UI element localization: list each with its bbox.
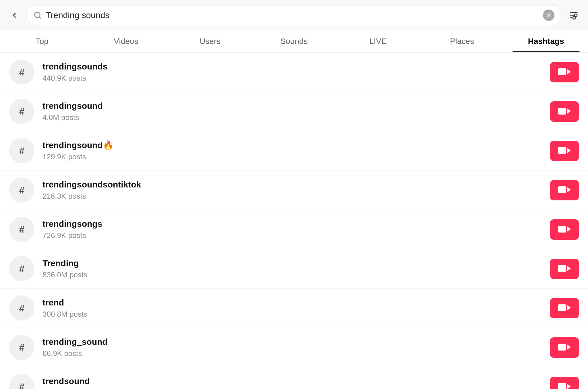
- video-camera-icon: [558, 303, 571, 313]
- svg-rect-11: [558, 108, 566, 115]
- list-item[interactable]: # Trending 836.0M posts: [0, 249, 588, 289]
- video-camera-icon: [558, 225, 571, 235]
- video-button[interactable]: [550, 298, 579, 318]
- svg-marker-20: [567, 266, 571, 271]
- hashtag-name: Trending: [42, 258, 542, 268]
- hashtag-icon: #: [9, 374, 34, 389]
- hashtag-info: trendsound 240.7K posts: [42, 376, 542, 389]
- hashtag-name: trendingsound: [42, 101, 542, 111]
- search-bar: [0, 0, 588, 30]
- tab-videos[interactable]: Videos: [84, 30, 168, 52]
- svg-point-8: [573, 17, 575, 19]
- hashtag-info: trendingsound 4.0M posts: [42, 101, 542, 122]
- video-camera-icon: [558, 185, 571, 195]
- hashtag-info: trendingsound🔥 129.9K posts: [42, 140, 542, 161]
- search-input-wrapper: [26, 5, 562, 25]
- svg-rect-25: [558, 383, 566, 389]
- tab-live[interactable]: LIVE: [336, 30, 420, 52]
- video-camera-icon: [558, 264, 571, 274]
- svg-rect-9: [558, 68, 566, 75]
- video-button[interactable]: [550, 259, 579, 279]
- clear-button[interactable]: [543, 9, 554, 21]
- hashtag-name: trendingsoundsontiktok: [42, 180, 542, 189]
- video-button[interactable]: [550, 219, 579, 240]
- hashtag-icon: #: [9, 138, 34, 163]
- hashtag-posts: 300.8M posts: [42, 310, 542, 319]
- svg-point-7: [575, 14, 577, 17]
- svg-rect-15: [558, 186, 566, 193]
- svg-marker-12: [567, 108, 571, 114]
- video-button[interactable]: [550, 377, 579, 389]
- hashtag-info: trendingsoundsontiktok 216.3K posts: [42, 180, 542, 201]
- tab-users[interactable]: Users: [168, 30, 252, 52]
- list-item[interactable]: # trendsound 240.7K posts: [0, 367, 588, 389]
- search-input[interactable]: [46, 10, 539, 20]
- video-button[interactable]: [550, 141, 579, 161]
- hashtag-icon: #: [9, 295, 34, 321]
- search-icon: [34, 11, 42, 19]
- svg-rect-19: [558, 265, 566, 272]
- svg-rect-23: [558, 344, 566, 351]
- video-camera-icon: [558, 67, 571, 77]
- video-button[interactable]: [550, 62, 579, 82]
- list-item[interactable]: # trendingsound 4.0M posts: [0, 92, 588, 131]
- hashtag-info: trending_sound 66.9K posts: [42, 337, 542, 358]
- hashtag-info: trendingsounds 440.9K posts: [42, 62, 542, 83]
- hashtag-name: trendingsongs: [42, 219, 542, 229]
- hashtag-icon: #: [9, 217, 34, 242]
- list-item[interactable]: # trendingsongs 726.9K posts: [0, 210, 588, 249]
- tab-places[interactable]: Places: [420, 30, 504, 52]
- svg-marker-24: [567, 344, 571, 350]
- hashtag-posts: 216.3K posts: [42, 192, 542, 201]
- svg-marker-10: [567, 69, 571, 75]
- tab-hashtags[interactable]: Hashtags: [504, 30, 588, 52]
- hashtag-posts: 66.9K posts: [42, 349, 542, 358]
- svg-marker-18: [567, 226, 571, 232]
- tab-sounds[interactable]: Sounds: [252, 30, 336, 52]
- svg-rect-13: [558, 147, 566, 154]
- hashtag-posts: 836.0M posts: [42, 270, 542, 279]
- video-button[interactable]: [550, 337, 579, 358]
- list-item[interactable]: # trendingsoundsontiktok 216.3K posts: [0, 171, 588, 210]
- hashtag-info: trendingsongs 726.9K posts: [42, 219, 542, 240]
- list-item[interactable]: # trendingsound🔥 129.9K posts: [0, 131, 588, 171]
- svg-rect-17: [558, 226, 566, 233]
- svg-marker-22: [567, 305, 571, 311]
- list-item[interactable]: # trending_sound 66.9K posts: [0, 328, 588, 367]
- hashtag-icon: #: [9, 59, 34, 85]
- video-button[interactable]: [550, 101, 579, 122]
- svg-marker-26: [567, 384, 571, 389]
- svg-marker-14: [567, 148, 571, 153]
- svg-rect-21: [558, 304, 566, 311]
- list-item[interactable]: # trendingsounds 440.9K posts: [0, 53, 588, 92]
- hashtag-posts: 726.9K posts: [42, 231, 542, 240]
- back-button[interactable]: [7, 8, 22, 23]
- hashtag-posts: 129.9K posts: [42, 152, 542, 161]
- hashtag-icon: #: [9, 256, 34, 281]
- hashtag-name: trending_sound: [42, 337, 542, 347]
- svg-marker-16: [567, 187, 571, 193]
- nav-tabs: Top Videos Users Sounds LIVE Places Hash…: [0, 30, 588, 53]
- hashtag-list: # trendingsounds 440.9K posts # trending…: [0, 53, 588, 389]
- hashtag-name: trendingsounds: [42, 62, 542, 71]
- hashtag-name: trendingsound🔥: [42, 140, 542, 150]
- hashtag-name: trend: [42, 298, 542, 307]
- svg-line-1: [39, 17, 40, 18]
- hashtag-info: trend 300.8M posts: [42, 298, 542, 319]
- hashtag-posts: 4.0M posts: [42, 113, 542, 122]
- hashtag-icon: #: [9, 177, 34, 203]
- hashtag-info: Trending 836.0M posts: [42, 258, 542, 279]
- video-camera-icon: [558, 107, 571, 117]
- hashtag-icon: #: [9, 335, 34, 360]
- video-button[interactable]: [550, 180, 579, 200]
- hashtag-name: trendsound: [42, 376, 542, 386]
- video-camera-icon: [558, 146, 571, 156]
- video-camera-icon: [558, 342, 571, 353]
- tab-top[interactable]: Top: [0, 30, 84, 52]
- hashtag-posts: 440.9K posts: [42, 74, 542, 83]
- hashtag-icon: #: [9, 99, 34, 124]
- filter-button[interactable]: [566, 8, 581, 23]
- video-camera-icon: [558, 382, 571, 389]
- list-item[interactable]: # trend 300.8M posts: [0, 289, 588, 328]
